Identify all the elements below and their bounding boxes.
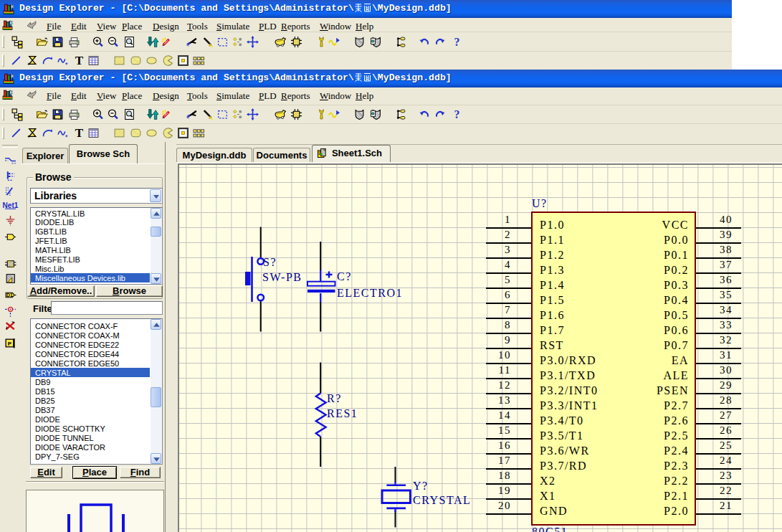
svg-text:Net1: Net1 (3, 201, 19, 209)
svg-text:?: ? (454, 36, 460, 48)
svg-text:?: ? (454, 108, 460, 120)
svg-text:T: T (75, 54, 84, 67)
svg-text:T: T (75, 126, 84, 140)
svg-text:P: P (8, 341, 12, 347)
svg-text:D1: D1 (6, 293, 13, 298)
